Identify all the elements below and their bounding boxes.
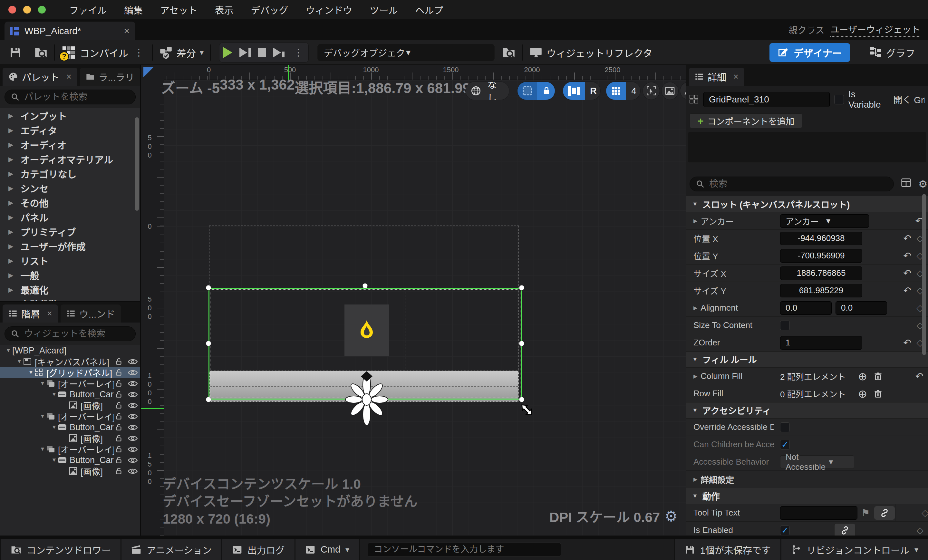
tree-row-button-card-draw[interactable]: ▼ Button_Card_Dra bbox=[0, 389, 140, 400]
open-grid-link[interactable]: 開く Gri bbox=[893, 93, 925, 106]
section-accessibility[interactable]: ▼アクセシビリティ bbox=[686, 402, 928, 418]
position-y-input[interactable] bbox=[780, 249, 862, 262]
section-behavior[interactable]: ▼動作 bbox=[686, 488, 928, 504]
eye-icon[interactable] bbox=[128, 413, 137, 420]
content-drawer-button[interactable]: コンテンツドロワー bbox=[0, 539, 122, 560]
resize-handle[interactable] bbox=[362, 283, 368, 289]
row-advanced-settings[interactable]: ▶詳細設定 bbox=[686, 470, 928, 488]
tree-row-overlay-3[interactable]: ▼ [オーバーレイ] bbox=[0, 444, 140, 455]
expander-icon[interactable]: ▼ bbox=[15, 358, 23, 365]
lock-icon[interactable] bbox=[537, 82, 555, 100]
palette-category-experimental[interactable]: ▶実験段階 bbox=[0, 297, 140, 301]
menu-file[interactable]: ファイル bbox=[61, 0, 115, 19]
select-mode-icon[interactable] bbox=[643, 82, 660, 100]
trash-icon[interactable] bbox=[873, 372, 882, 381]
alignment-y-input[interactable] bbox=[835, 301, 887, 315]
section-fill-rules[interactable]: ▼フィル ルール bbox=[686, 351, 928, 367]
lock-open-icon[interactable] bbox=[115, 412, 124, 421]
output-log-button[interactable]: 出力ログ bbox=[222, 539, 296, 560]
animation-button[interactable]: アニメーション bbox=[122, 539, 222, 560]
menu-view[interactable]: 表示 bbox=[206, 0, 242, 19]
zorder-input[interactable] bbox=[780, 336, 862, 349]
palette-category-audio-material[interactable]: ▶オーディオマテリアル bbox=[0, 152, 140, 166]
size-y-input[interactable] bbox=[780, 284, 862, 298]
eye-icon[interactable] bbox=[128, 369, 137, 376]
palette-category-common[interactable]: ▶一般 bbox=[0, 268, 140, 282]
menu-help[interactable]: ヘルプ bbox=[407, 0, 452, 19]
expander-icon[interactable]: ▼ bbox=[50, 391, 58, 398]
reset-icon[interactable]: ↶ bbox=[916, 371, 923, 382]
browse-debug-icon[interactable] bbox=[502, 46, 516, 59]
details-search-input[interactable] bbox=[709, 179, 888, 189]
menu-tools[interactable]: ツール bbox=[361, 0, 407, 19]
align-icon[interactable] bbox=[563, 82, 585, 100]
settings-gear-icon[interactable]: ⚙ bbox=[918, 178, 928, 190]
minimize-window-button[interactable] bbox=[23, 6, 31, 14]
maximize-window-button[interactable] bbox=[38, 6, 46, 14]
expander-icon[interactable]: ▼ bbox=[27, 369, 35, 376]
hierarchy-search-input[interactable] bbox=[24, 329, 130, 339]
children-accessible-checkbox[interactable]: ✓ bbox=[780, 440, 790, 450]
tab-library[interactable]: ラ...ラリ bbox=[80, 68, 140, 86]
reset-icon[interactable]: ↶ bbox=[903, 337, 911, 348]
eye-icon[interactable] bbox=[128, 402, 137, 409]
reset-icon[interactable]: ↶ bbox=[903, 285, 911, 296]
tree-row-grid-panel[interactable]: ▼ [グリッドパネル] bbox=[0, 367, 140, 378]
anchor-widget[interactable] bbox=[344, 371, 389, 425]
is-enabled-checkbox[interactable]: ✓ bbox=[780, 525, 790, 535]
bind-link-button[interactable] bbox=[874, 506, 895, 520]
bind-link-button[interactable] bbox=[834, 523, 856, 536]
designer-canvas[interactable]: 0 500 1000 1500 2000 2500 500 0 500 1000… bbox=[141, 65, 686, 536]
lock-open-icon[interactable] bbox=[115, 368, 124, 377]
reset-icon[interactable]: ↶ bbox=[903, 233, 911, 244]
widget-reflector-button[interactable]: ウィジェットリフレクタ bbox=[529, 46, 652, 60]
step-forward-button[interactable] bbox=[240, 48, 251, 57]
palette-category-misc[interactable]: ▶その他 bbox=[0, 195, 140, 210]
lock-open-icon[interactable] bbox=[115, 467, 124, 475]
resize-handle[interactable] bbox=[206, 285, 211, 291]
revision-control-button[interactable]: リビジョンコントロール ▾ bbox=[781, 539, 928, 560]
expander-icon[interactable]: ▼ bbox=[39, 413, 46, 420]
flip-preview-icon[interactable] bbox=[680, 82, 686, 100]
palette-category-input[interactable]: ▶インプット bbox=[0, 108, 140, 123]
resize-handle[interactable] bbox=[206, 397, 211, 403]
flag-icon[interactable]: ⚑ bbox=[861, 507, 870, 519]
eye-icon[interactable] bbox=[128, 446, 137, 453]
palette-category-user-created[interactable]: ▶ユーザーが作成 bbox=[0, 239, 140, 253]
display-filter-icon[interactable] bbox=[901, 177, 911, 191]
eye-icon[interactable] bbox=[128, 391, 137, 398]
preview-background-icon[interactable] bbox=[661, 82, 679, 100]
tree-row-image-2[interactable]: [画像] bbox=[0, 433, 140, 444]
palette-category-synth[interactable]: ▶シンセ bbox=[0, 181, 140, 195]
section-slot[interactable]: ▼スロット (キャンバスパネルスロット) bbox=[686, 196, 928, 212]
tree-row-button-card-settings[interactable]: ▼ Button_Card_Set bbox=[0, 455, 140, 465]
expander-icon[interactable]: ▶ bbox=[693, 218, 697, 224]
alignment-x-input[interactable] bbox=[780, 301, 832, 315]
palette-category-uncategorized[interactable]: ▶カテゴリなし bbox=[0, 166, 140, 181]
lock-open-icon[interactable] bbox=[115, 456, 124, 464]
expander-icon[interactable]: ▼ bbox=[50, 457, 58, 463]
tab-bind-widgets[interactable]: ウ...ンド bbox=[61, 305, 121, 322]
palette-category-primitive[interactable]: ▶プリミティブ bbox=[0, 224, 140, 239]
palette-search-input[interactable] bbox=[24, 92, 130, 102]
tab-wbp-aicard[interactable]: WBP_Aicard* × bbox=[5, 21, 135, 40]
graph-mode-button[interactable]: グラフ bbox=[869, 46, 915, 60]
compile-options-icon[interactable]: ⋮ bbox=[132, 47, 146, 58]
cmd-dropdown[interactable]: Cmd ▾ bbox=[296, 539, 360, 560]
console-command-input[interactable] bbox=[368, 543, 561, 557]
advance-button[interactable] bbox=[273, 48, 284, 57]
palette-category-audio[interactable]: ▶オーディオ bbox=[0, 137, 140, 152]
design-surface[interactable] bbox=[164, 80, 686, 536]
menu-window[interactable]: ウィンドウ bbox=[297, 0, 361, 19]
trash-icon[interactable] bbox=[873, 389, 882, 398]
dashed-selection-icon[interactable] bbox=[517, 82, 537, 100]
expander-icon[interactable]: ▶ bbox=[693, 476, 697, 482]
palette-category-optimization[interactable]: ▶最適化 bbox=[0, 282, 140, 297]
reset-icon[interactable]: ↶ bbox=[903, 250, 911, 261]
tab-details[interactable]: 詳細× bbox=[689, 68, 744, 86]
anchor-dropdown[interactable]: アンカー▾ bbox=[780, 214, 869, 228]
bind-diamond-icon[interactable]: ◇ bbox=[922, 508, 928, 518]
close-icon[interactable]: × bbox=[66, 72, 72, 82]
resize-handle[interactable] bbox=[519, 341, 525, 346]
position-x-input[interactable] bbox=[780, 232, 862, 245]
